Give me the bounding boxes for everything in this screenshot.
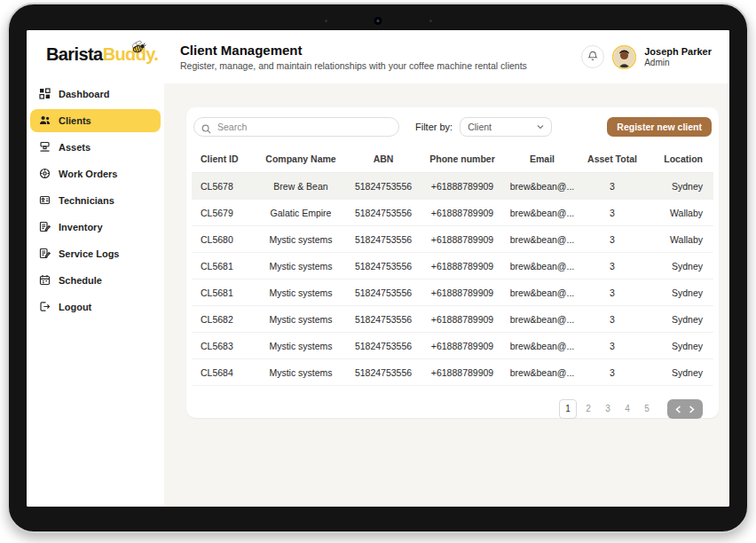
sidebar-item-logout[interactable]: Logout <box>30 295 161 319</box>
table-cell: Mystic systems <box>256 333 346 359</box>
table-cell: 51824753556 <box>346 333 421 359</box>
table-cell: brew&bean@... <box>504 173 580 200</box>
table-cell: Wallaby <box>644 226 713 253</box>
table-cell: brew&bean@... <box>504 306 580 333</box>
table-cell: CL5681 <box>192 279 256 306</box>
column-header[interactable]: Client ID <box>192 146 256 173</box>
sidebar-item-service-logs[interactable]: Service Logs <box>30 242 161 265</box>
sidebar-item-inventory[interactable]: Inventory <box>30 216 161 239</box>
table-row[interactable]: CL5678Brew & Bean51824753556+61888789909… <box>192 173 713 200</box>
table-cell: CL5678 <box>192 173 256 200</box>
sidebar-item-label: Technicians <box>59 195 114 206</box>
table-cell: 3 <box>580 279 644 306</box>
notifications-button[interactable] <box>581 45 604 68</box>
table-cell: +61888789909 <box>421 226 504 253</box>
table-cell: Sydney <box>644 253 713 279</box>
table-cell: +61888789909 <box>421 253 504 279</box>
register-new-client-button[interactable]: Register new client <box>607 117 712 137</box>
table-cell: 3 <box>580 253 644 279</box>
front-camera <box>374 17 382 25</box>
avatar[interactable] <box>612 45 636 69</box>
table-row[interactable]: CL5683Mystic systems51824753556+61888789… <box>192 333 713 359</box>
pagination-pages: 12345 <box>557 399 657 419</box>
table-cell: +61888789909 <box>421 279 504 306</box>
filter-label: Filter by: <box>415 122 453 132</box>
table-cell: +61888789909 <box>421 359 504 386</box>
logout-icon <box>39 301 51 314</box>
header-right: Joseph Parker Admin <box>581 45 712 69</box>
page-title: Client Management <box>180 43 527 58</box>
table-cell: Mystic systems <box>256 253 346 279</box>
table-cell: CL5679 <box>192 200 256 226</box>
sidebar-item-label: Dashboard <box>59 89 109 99</box>
table-cell: 3 <box>580 359 644 386</box>
sidebar-item-label: Clients <box>59 115 91 126</box>
chevron-left-icon[interactable] <box>675 405 681 413</box>
sidebar-nav: Dashboard Clients Assets <box>27 83 164 319</box>
table-row[interactable]: CL5679Galatic Empire51824753556+61888789… <box>192 200 713 226</box>
page-number[interactable]: 3 <box>600 400 616 418</box>
table-header: Client ID Company Name ABN Phone number … <box>192 146 713 173</box>
user-block: Joseph Parker Admin <box>644 46 712 67</box>
table-cell: 3 <box>580 333 644 359</box>
table-cell: Sydney <box>644 306 713 333</box>
clients-card: Filter by: Client Register new client <box>186 107 719 418</box>
table-cell: brew&bean@... <box>504 279 580 306</box>
table-cell: +61888789909 <box>421 173 504 200</box>
page-number[interactable]: 1 <box>559 399 577 419</box>
column-header[interactable]: Company Name <box>256 146 346 173</box>
table-cell: Galatic Empire <box>256 200 346 226</box>
page-number[interactable]: 4 <box>619 400 635 418</box>
table-cell: Mystic systems <box>256 306 346 333</box>
filter-select-value: Client <box>468 122 492 132</box>
chevron-right-icon[interactable] <box>689 405 695 413</box>
table-cell: brew&bean@... <box>504 359 580 386</box>
sidebar-item-clients[interactable]: Clients <box>30 109 161 132</box>
table-cell: Sydney <box>644 279 713 306</box>
table-row[interactable]: CL5684Mystic systems51824753556+61888789… <box>192 359 713 386</box>
table-row[interactable]: CL5680Mystic systems51824753556+61888789… <box>192 226 713 253</box>
table-row[interactable]: CL5682Mystic systems51824753556+61888789… <box>192 306 713 333</box>
sidebar-item-work-orders[interactable]: Work Orders <box>30 162 161 185</box>
table-cell: 3 <box>580 200 644 226</box>
table-cell: 3 <box>580 306 644 333</box>
header-titles: Client Management Register, manage, and … <box>180 43 527 71</box>
dashboard-grid-icon <box>39 88 51 101</box>
page-number[interactable]: 2 <box>580 400 596 418</box>
column-header[interactable]: Phone number <box>421 146 504 173</box>
sidebar-item-label: Schedule <box>59 275 102 286</box>
column-header[interactable]: ABN <box>346 146 421 173</box>
search-icon <box>201 122 211 138</box>
sidebar-item-label: Assets <box>59 142 91 153</box>
filter-select[interactable]: Client <box>460 117 552 137</box>
table-cell: 51824753556 <box>346 200 421 226</box>
table-cell: brew&bean@... <box>504 333 580 359</box>
sidebar-item-technicians[interactable]: Technicians <box>30 189 161 212</box>
sidebar-item-assets[interactable]: Assets <box>30 136 161 159</box>
table-cell: Mystic systems <box>256 226 346 253</box>
column-header[interactable]: Asset Total <box>580 146 644 173</box>
table-cell: +61888789909 <box>421 333 504 359</box>
service-logs-icon <box>39 248 51 261</box>
column-header[interactable]: Email <box>504 146 580 173</box>
content-area: Filter by: Client Register new client <box>164 83 729 507</box>
bee-icon <box>128 36 150 60</box>
table-row[interactable]: CL5681Mystic systems51824753556+61888789… <box>192 253 713 279</box>
chevron-down-icon <box>537 124 544 130</box>
table-body: CL5678Brew & Bean51824753556+61888789909… <box>192 173 713 386</box>
sidebar-item-schedule[interactable]: Schedule <box>30 269 161 292</box>
technicians-icon <box>39 194 51 208</box>
search-input[interactable] <box>193 117 399 137</box>
column-header[interactable]: Location <box>644 146 713 173</box>
table-cell: +61888789909 <box>421 200 504 226</box>
table-row[interactable]: CL5681Mystic systems51824753556+61888789… <box>192 279 713 306</box>
table-cell: Sydney <box>644 359 713 386</box>
sidebar: BaristaBuddy. <box>27 30 164 507</box>
sidebar-item-dashboard[interactable]: Dashboard <box>30 83 161 106</box>
table-cell: CL5680 <box>192 226 256 253</box>
tablet-frame: BaristaBuddy. <box>7 3 749 533</box>
table-cell: brew&bean@... <box>504 200 580 226</box>
page-number[interactable]: 5 <box>639 400 655 418</box>
table-cell: CL5684 <box>192 359 256 386</box>
table-cell: CL5681 <box>192 253 256 279</box>
